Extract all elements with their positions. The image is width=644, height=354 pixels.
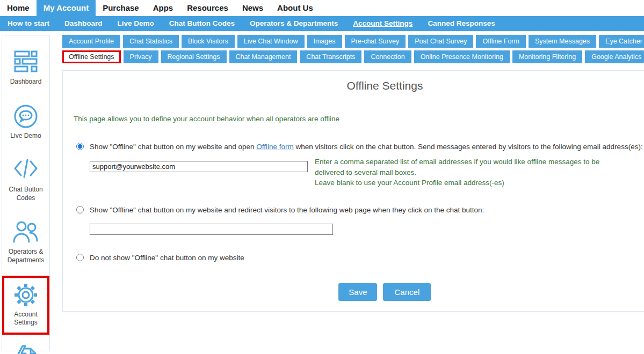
subnav-account-settings[interactable]: Account Settings [345, 16, 420, 31]
email-hint-line: Leave blank to use your Account Profile … [315, 178, 617, 188]
sidebar-item-label: Dashboard [10, 78, 42, 86]
sidebar: Dashboard Live Demo [2, 35, 50, 351]
users-icon [12, 219, 40, 244]
page-title: Offline Settings [74, 79, 644, 92]
option-label: Show "Offline" chat button on my website… [90, 206, 484, 214]
subnav-dashboard[interactable]: Dashboard [57, 16, 110, 31]
radio-redirect-url[interactable] [76, 206, 84, 213]
tab-offline-form[interactable]: Offline Form [476, 35, 526, 48]
email-row: Enter a comma separated list of email ad… [90, 161, 644, 188]
sidebar-item-account-settings[interactable]: Account Settings [2, 276, 49, 335]
tab-block-visitors[interactable]: Block Visitors [182, 35, 235, 48]
radio-show-offline-form[interactable] [76, 143, 84, 150]
sidebar-item-canned-responses[interactable]: Canned Responses [2, 338, 49, 354]
chat-bubble-icon [13, 104, 39, 128]
email-hint: Enter a comma separated list of email ad… [315, 157, 617, 188]
tab-system-messages[interactable]: System Messages [529, 35, 596, 48]
subnav-live-demo[interactable]: Live Demo [110, 16, 162, 31]
tab-google-analytics[interactable]: Google Analytics [585, 50, 644, 63]
option-label: Do not show "Offline" chat button on my … [90, 254, 244, 262]
lightning-doc-icon [13, 344, 39, 354]
tab-account-profile[interactable]: Account Profile [62, 35, 120, 48]
tab-pre-chat-survey[interactable]: Pre-chat Survey [345, 35, 406, 48]
offline-settings-panel: Offline Settings This page allows you to… [62, 70, 644, 312]
sidebar-item-label: Live Demo [10, 132, 41, 141]
sidebar-item-chat-button-codes[interactable]: Chat Button Codes [2, 151, 49, 210]
form-actions: Save Cancel [74, 283, 644, 301]
tab-connection[interactable]: Connection [364, 50, 411, 63]
redirect-url-input[interactable] [90, 224, 333, 235]
tab-monitoring-filtering[interactable]: Monitoring Filtering [512, 50, 582, 63]
option-show-offline-form: Show "Offline" chat button on my website… [74, 141, 644, 153]
settings-tabs-row-1: Account Profile Chat Statistics Block Vi… [62, 35, 644, 48]
tab-regional-settings[interactable]: Regional Settings [161, 50, 227, 63]
tab-images[interactable]: Images [307, 35, 342, 48]
tab-online-presence-monitoring[interactable]: Online Presence Monitoring [414, 50, 510, 63]
nav-my-account[interactable]: My Account [37, 0, 96, 16]
sidebar-item-live-demo[interactable]: Live Demo [2, 97, 49, 148]
subnav-operators-departments[interactable]: Operators & Departments [242, 16, 345, 31]
gear-icon [13, 282, 39, 307]
nav-news[interactable]: News [235, 0, 270, 16]
radio-hide-button[interactable] [76, 254, 84, 261]
tab-live-chat-window[interactable]: Live Chat Window [237, 35, 305, 48]
offline-email-input[interactable] [90, 161, 308, 172]
nav-resources[interactable]: Resources [180, 0, 235, 16]
sidebar-item-label: Operators & Departments [5, 248, 46, 264]
email-hint-line: Enter a comma separated list of email ad… [315, 157, 617, 178]
code-icon [12, 157, 39, 182]
option-label-part: when visitors click on the chat button. … [294, 143, 643, 151]
subnav-canned-responses[interactable]: Canned Responses [420, 16, 502, 31]
cancel-button[interactable]: Cancel [383, 283, 431, 301]
option-hide-button: Do not show "Offline" chat button on my … [74, 252, 644, 264]
tab-privacy[interactable]: Privacy [124, 50, 158, 63]
tab-offline-settings[interactable]: Offline Settings [62, 50, 121, 63]
tab-post-chat-survey[interactable]: Post Chat Survey [408, 35, 473, 48]
main-area: Account Profile Chat Statistics Block Vi… [62, 35, 644, 351]
secondary-nav: How to start Dashboard Live Demo Chat Bu… [0, 16, 644, 31]
settings-tabs-row-2: Offline Settings Privacy Regional Settin… [62, 50, 644, 63]
sidebar-item-dashboard[interactable]: Dashboard [2, 43, 49, 94]
tab-chat-transcripts[interactable]: Chat Transcripts [300, 50, 361, 63]
option-label-part: Show "Offline" chat button on my website… [90, 143, 256, 151]
tab-chat-management[interactable]: Chat Management [229, 50, 298, 63]
tab-chat-statistics[interactable]: Chat Statistics [123, 35, 179, 48]
sidebar-item-label: Account Settings [5, 311, 46, 327]
dashboard-icon [13, 49, 39, 74]
option-redirect-url: Show "Offline" chat button on my website… [74, 204, 644, 216]
save-button[interactable]: Save [338, 283, 377, 301]
nav-about-us[interactable]: About Us [270, 0, 320, 16]
subnav-how-to-start[interactable]: How to start [0, 16, 57, 31]
sidebar-item-operators-departments[interactable]: Operators & Departments [2, 213, 49, 272]
sidebar-item-label: Chat Button Codes [5, 186, 46, 202]
subnav-chat-button-codes[interactable]: Chat Button Codes [162, 16, 242, 31]
page-description: This page allows you to define your acco… [74, 115, 644, 123]
tab-eye-catcher[interactable]: Eye Catcher [599, 35, 644, 48]
offline-form-link[interactable]: Offline form [256, 143, 294, 151]
nav-purchase[interactable]: Purchase [96, 0, 146, 16]
nav-apps[interactable]: Apps [146, 0, 180, 16]
nav-home[interactable]: Home [0, 0, 37, 16]
primary-nav: Home My Account Purchase Apps Resources … [0, 0, 644, 16]
